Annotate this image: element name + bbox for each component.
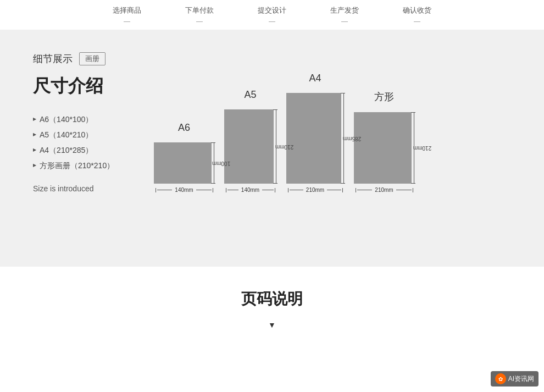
- top-nav: 选择商品 — 下单付款 — 提交设计 — 生产发货 — 确认收货 —: [0, 0, 544, 30]
- detail-label: 细节展示: [33, 52, 73, 65]
- a5-rect: [224, 109, 274, 184]
- nav-label-design: 提交设计: [258, 5, 286, 15]
- nav-dash-produce: —: [341, 18, 348, 25]
- white-section: 页码说明 ▼: [0, 267, 544, 346]
- nav-dash-confirm: —: [414, 18, 420, 25]
- nav-item-confirm[interactable]: 确认收货 —: [403, 5, 431, 25]
- nav-label-select: 选择商品: [113, 5, 141, 15]
- square-rect: [354, 112, 412, 184]
- watermark-icon: ✿: [495, 373, 506, 384]
- left-panel: 细节展示 画册 尺寸介绍 A6（140*100） A5（140*210） A4（…: [33, 52, 154, 193]
- a6-rect: [154, 142, 212, 184]
- nav-item-select[interactable]: 选择商品 —: [113, 5, 141, 25]
- nav-dash-select: —: [124, 18, 130, 25]
- list-item-a5: A5（140*210）: [33, 127, 154, 142]
- diagrams-area: A6 100mm: [154, 58, 414, 193]
- nav-dash-order: —: [196, 18, 203, 25]
- diagram-square: 方形 210mm: [354, 90, 414, 193]
- nav-label-confirm: 确认收货: [403, 5, 431, 15]
- section-tag: 画册: [79, 52, 106, 65]
- nav-label-order: 下单付款: [185, 5, 214, 15]
- diagram-a4: A4 285mm: [286, 73, 344, 193]
- watermark-text: AI资讯网: [508, 374, 534, 384]
- square-label: 方形: [374, 90, 394, 103]
- a4-label: A4: [309, 73, 321, 84]
- nav-dash-design: —: [269, 18, 275, 25]
- a4-rect: [286, 93, 341, 184]
- list-item-a4: A4（210*285）: [33, 142, 154, 158]
- list-item-a6: A6（140*100）: [33, 112, 154, 127]
- intro-text: Size is introduced: [33, 184, 154, 193]
- diagram-a6: A6 100mm: [154, 122, 214, 193]
- a5-label: A5: [244, 89, 256, 101]
- section-header: 细节展示 画册: [33, 52, 154, 65]
- nav-item-order[interactable]: 下单付款 —: [185, 5, 214, 25]
- size-title: 尺寸介绍: [33, 74, 154, 98]
- list-item-square: 方形画册（210*210）: [33, 158, 154, 173]
- watermark: ✿ AI资讯网: [491, 371, 539, 387]
- a6-label: A6: [178, 122, 190, 134]
- diagram-a5: A5 210mm: [224, 89, 276, 193]
- nav-item-produce[interactable]: 生产发货 —: [330, 5, 359, 25]
- page-code-title: 页码说明: [0, 289, 544, 310]
- size-list: A6（140*100） A5（140*210） A4（210*285） 方形画册…: [33, 112, 154, 173]
- nav-item-design[interactable]: 提交设计 —: [258, 5, 286, 25]
- nav-label-produce: 生产发货: [330, 5, 359, 15]
- grey-section: 细节展示 画册 尺寸介绍 A6（140*100） A5（140*210） A4（…: [0, 30, 544, 267]
- arrow-down-icon: ▼: [0, 321, 544, 329]
